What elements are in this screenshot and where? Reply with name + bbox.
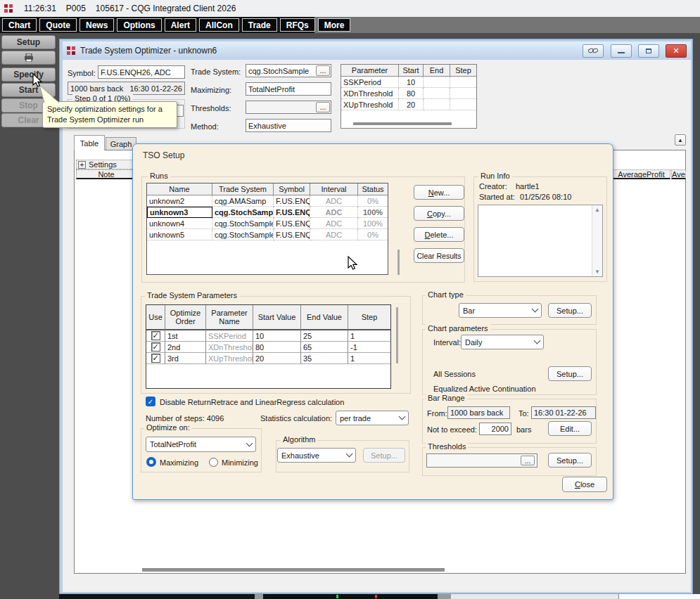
maximizing-radio[interactable] [146,457,156,467]
settings-header[interactable]: + Settings [76,160,136,169]
minimizing-radio[interactable] [209,458,218,467]
tab-table[interactable]: Table [74,135,105,150]
run-info-vscrollbar[interactable]: ▲ ▼ [592,205,602,276]
optimize-on-select[interactable]: TotalNetProfit [146,437,256,452]
to-field[interactable]: 16:30 01-22-26 [531,406,596,419]
runs-table-vscrollbar[interactable] [397,250,400,275]
app-title: 105617 - CQG Integrated Client 2026 [96,4,236,13]
parameter-summary-table[interactable]: Parameter Start End Step SSKPeriod 10 XD… [341,64,477,129]
run-row-unknown2[interactable]: unknown2 cqg.AMASamp F.US.ENQ ADC 0% [147,195,388,207]
interval-select[interactable]: Daily [461,335,544,349]
window-titlebar[interactable]: Trade System Optimizer - unknown6 ✕ [63,41,691,60]
print-button[interactable] [1,51,56,65]
param-row-1[interactable]: ✓ 1st SSKPeriod 10 25 1 [146,330,390,342]
thresholds-browse-button[interactable]: ... [316,102,330,112]
restore-button[interactable] [638,44,659,58]
started-at-value: 01/25/26 08:10 [520,193,571,201]
restore-icon [646,49,651,53]
method-field[interactable]: Exhaustive [246,119,331,132]
specify-button[interactable]: Specify [1,67,56,82]
scroll-up-icon[interactable]: ▲ [594,207,600,213]
chevron-down-icon [346,451,353,458]
new-run-button[interactable]: New... [414,185,464,200]
disable-calculation-label: Disable ReturnRetrace and LinearRegress … [160,398,344,406]
bar-range-field[interactable]: 1000 bars back16:30 01-22-26 [68,82,185,95]
to-label: To: [518,409,529,418]
toolbar-chart-button[interactable]: Chart [2,18,37,32]
cqg-logo-icon [4,4,14,14]
not-to-exceed-label: Not to exceed: [427,425,477,434]
toolbar-rfqs-button[interactable]: RFQs [280,18,315,32]
note-column-header[interactable]: Note [76,169,136,179]
scroll-down-icon[interactable]: ▼ [594,269,600,275]
from-field[interactable]: 1000 bars back [447,406,510,419]
bottom-window-sliver [438,594,451,599]
use-checkbox[interactable]: ✓ [151,331,160,340]
averageprofit-column-header[interactable]: AverageProfit [612,169,670,179]
not-to-exceed-field[interactable]: 2000 [479,423,511,435]
algorithm-select[interactable]: Exhaustive [277,448,356,463]
table-row[interactable]: XDnThreshold 80 [341,88,476,99]
chart-type-select[interactable]: Bar [459,303,542,318]
algorithm-label: Algorithm [281,435,317,444]
param-row-2[interactable]: ✓ 2nd XDnThreshol 80 65 -1 [146,342,390,353]
toolbar-more-button[interactable]: More [318,18,351,32]
symbol-label: Symbol: [68,69,96,77]
expand-plus-icon[interactable]: + [78,161,86,169]
bars-label: bars [516,425,531,434]
results-hscrollbar[interactable] [142,568,445,572]
copy-run-button[interactable]: Copy... [414,206,464,221]
run-info-textbox[interactable]: ▲ ▼ [478,205,603,277]
chevron-down-icon [532,306,539,313]
trade-system-browse-button[interactable]: ... [316,65,330,76]
dialog-thresholds-label: Thresholds [426,442,468,451]
delete-run-button[interactable]: Delete... [414,227,464,242]
toolbar-quote-button[interactable]: Quote [39,18,77,32]
status-tick-green [336,595,338,598]
disable-calculation-checkbox[interactable]: ✓ [146,397,155,406]
truncated-column-header[interactable]: Ave [671,169,686,179]
chart-type-setup-button[interactable]: Setup... [548,303,592,318]
toolbar-news-button[interactable]: News [79,18,114,32]
minimize-icon [618,52,625,53]
minimize-button[interactable] [611,44,632,58]
maximizing-field[interactable]: TotalNetProfit [246,82,331,96]
edit-bar-range-button[interactable]: Edit... [548,421,592,436]
symbol-field[interactable]: F.US.ENQH26, ADC [98,65,185,79]
toolbar-options-button[interactable]: Options [117,18,161,32]
dialog-close-button[interactable]: Close [562,477,607,492]
toolbar-alert-button[interactable]: Alert [165,18,196,32]
toolbar-allcon-button[interactable]: AllCon [199,18,239,32]
param-table-hscrollbar[interactable] [353,122,452,125]
sessions-setup-button[interactable]: Setup... [548,366,592,381]
table-row[interactable]: XUpThreshold 20 [341,99,476,110]
statistics-calculation-select[interactable]: per trade [336,411,409,425]
toolbar-trade-button[interactable]: Trade [242,18,277,32]
clear-results-button[interactable]: Clear Results [414,248,464,263]
setup-button[interactable]: Setup [1,35,56,49]
algorithm-setup-button[interactable]: Setup... [363,448,405,463]
close-window-button[interactable]: ✕ [666,44,687,58]
mouse-cursor [348,256,362,271]
link-button[interactable] [583,44,604,58]
dialog-thresholds-field[interactable]: ... [426,453,537,468]
table-row[interactable]: SSKPeriod 10 [341,77,476,88]
os-titlebar: 11:26:31 P005 105617 - CQG Integrated Cl… [0,0,700,17]
bottom-window-sliver [451,594,618,599]
chevron-down-icon [534,337,541,344]
run-row-unknown4[interactable]: unknown4 cqg.StochSample F.US.ENQ ADC 10… [147,218,388,229]
dialog-thresholds-setup-button[interactable]: Setup... [548,453,592,468]
results-scroll-up-button[interactable]: ▲ [675,134,686,146]
thresholds-browse-button[interactable]: ... [521,456,535,465]
run-row-unknown3-selected[interactable]: unknown3 cqg.StochSampl F.US.ENQ ADC 100… [147,207,388,218]
trade-system-label: Trade System: [191,67,241,76]
use-checkbox[interactable]: ✓ [151,354,160,363]
run-row-unknown5[interactable]: unknown5 cqg.StochSample F.US.ENQ ADC 0% [147,229,388,240]
parameters-table-vscrollbar[interactable] [396,307,398,363]
use-checkbox[interactable]: ✓ [151,342,160,352]
param-row-3[interactable]: ✓ 3rd XUpThreshol 20 35 1 [146,353,390,364]
parameters-table: Use Optimize Order Parameter Name Start … [146,304,391,389]
trade-system-parameters-label: Trade System Parameters [145,291,239,300]
chart-parameters-label: Chart parameters [426,324,490,333]
bottom-window-sliver [255,594,263,599]
